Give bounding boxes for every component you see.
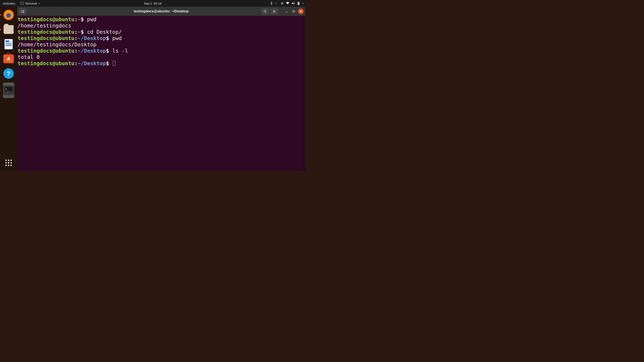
close-button[interactable] [298,8,304,14]
volume-icon [291,1,295,5]
wifi-icon [286,1,290,5]
terminal-prompt-line: testingdocs@ubuntu:~/Desktop$ [18,60,305,67]
dock-firefox[interactable] [3,9,14,20]
help-icon: ? [3,68,14,79]
show-applications-button[interactable] [6,160,12,166]
minimize-button[interactable] [284,8,289,14]
terminal-icon: >_ [3,85,14,95]
files-icon [4,25,14,34]
terminal-prompt-line: testingdocs@ubuntu:~/Desktop$ pwd [18,35,305,41]
titlebar: testingdocs@ubuntu: ~/Desktop [17,7,305,16]
terminal-window: testingdocs@ubuntu: ~/Desktop testingdoc… [17,7,305,171]
chevron-down-icon: ▾ [38,2,40,4]
running-indicator [0,29,1,30]
accessibility-menu[interactable]: ▾ [270,1,276,5]
chevron-down-icon: ▾ [276,2,276,4]
battery-icon [297,1,300,5]
running-indicator [0,14,1,15]
dock-files[interactable] [3,24,14,35]
chevron-down-icon: ▾ [302,2,304,4]
terminal-prompt-line: testingdocs@ubuntu:~$ cd Desktop/ [18,29,305,35]
new-tab-button[interactable] [19,8,26,14]
date-label: Sep 2 [144,2,152,5]
window-title: testingdocs@ubuntu: ~/Desktop [134,9,189,13]
svg-point-0 [271,2,272,3]
svg-point-1 [282,3,283,4]
svg-rect-3 [298,2,299,2]
scrollbar[interactable] [302,16,305,171]
dock-ubuntu-software[interactable]: A [3,53,14,64]
svg-rect-7 [293,10,294,12]
terminal-output-line: /home/testingdocs/Desktop [18,41,305,48]
terminal-prompt-line: testingdocs@ubuntu:~/Desktop$ ls -l [18,48,305,54]
running-indicator [0,90,0,91]
terminal-output-line: total 0 [18,54,305,60]
maximize-button[interactable] [291,8,296,14]
svg-point-6 [264,10,266,12]
app-menu[interactable]: Terminal ▾ [20,2,40,5]
terminal-output-line: /home/testingdocs [18,23,305,29]
terminal-cursor [113,61,116,66]
dock-help[interactable]: ? [3,68,14,79]
dock-terminal[interactable]: >_ [3,82,14,98]
time-label: 00:18 [154,2,162,5]
dock: A ? >_ [0,7,17,171]
dock-libreoffice-writer[interactable] [3,38,14,50]
terminal-small-icon [20,2,24,5]
gnome-topbar: Activities Terminal ▾ Sep 2 00:18 ▾ [0,0,305,7]
terminal-prompt-line: testingdocs@ubuntu:~$ pwd [18,16,305,23]
clock[interactable]: Sep 2 00:18 [144,2,162,5]
writer-icon [4,39,13,49]
accessibility-icon [270,1,273,5]
brightness-icon [280,1,284,5]
activities-button[interactable]: Activities [2,2,16,5]
system-menu[interactable]: ▾ [280,1,304,5]
app-menu-label: Terminal [25,2,37,5]
hamburger-menu-button[interactable] [270,8,278,14]
software-icon: A [3,54,14,63]
svg-rect-4 [298,2,299,4]
search-button[interactable] [261,8,269,14]
terminal-viewport[interactable]: testingdocs@ubuntu:~$ pwd/home/testingdo… [17,16,305,171]
firefox-icon [3,10,14,20]
